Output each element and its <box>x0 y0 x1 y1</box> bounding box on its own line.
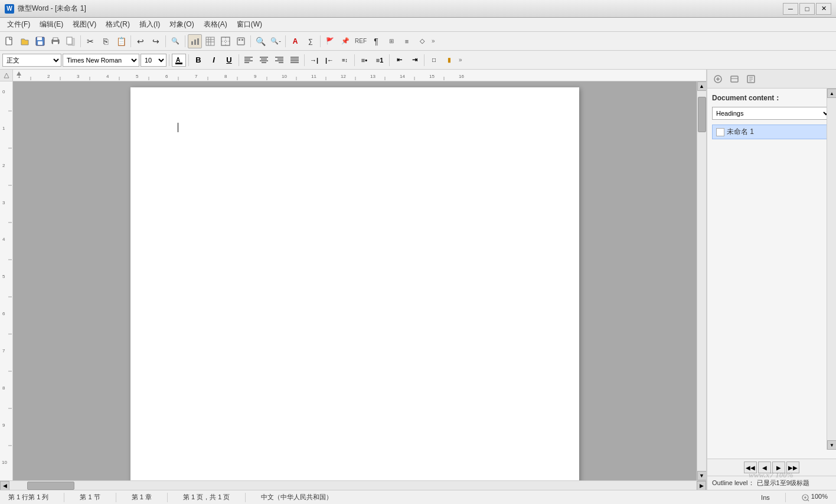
zoom-out-btn[interactable]: 🔍- <box>269 34 283 48</box>
svg-text:A: A <box>176 57 180 63</box>
table-btn2[interactable] <box>203 34 217 48</box>
print-button[interactable] <box>48 34 63 48</box>
scroll-left-arrow[interactable]: ◀ <box>0 481 9 490</box>
menu-window[interactable]: 窗口(W) <box>232 18 267 31</box>
find-button[interactable]: 🔍 <box>168 34 182 48</box>
status-ins[interactable]: Ins <box>757 494 773 501</box>
redo-button[interactable]: ↪ <box>149 34 163 48</box>
svg-rect-21 <box>237 38 244 45</box>
formula-btn[interactable]: ∑ <box>303 34 318 48</box>
align-right-btn[interactable] <box>272 53 286 67</box>
list-unorder-btn[interactable]: ≡• <box>357 53 371 67</box>
chart-button[interactable] <box>188 34 202 48</box>
indent-less-btn[interactable]: |← <box>322 53 337 67</box>
toolbar1-more[interactable]: » <box>430 38 436 44</box>
status-sep5 <box>785 493 786 502</box>
align-left-btn[interactable] <box>241 53 256 67</box>
new-button[interactable] <box>2 34 17 48</box>
paste-button[interactable]: 📋 <box>114 34 128 48</box>
outline-value: 已显示1至9级标题 <box>757 479 809 487</box>
svg-text:0: 0 <box>2 89 5 94</box>
scroll-right-arrow[interactable]: ▶ <box>697 481 706 490</box>
extra-btn[interactable]: ≡ <box>400 34 414 48</box>
cut-button[interactable]: ✂ <box>83 34 97 48</box>
bold-button[interactable]: B <box>191 53 205 67</box>
h-scroll-thumb[interactable] <box>27 482 74 490</box>
app-logo: W <box>5 4 14 14</box>
svg-text:5: 5 <box>2 274 5 279</box>
list-order-btn[interactable]: ≡1 <box>373 53 387 67</box>
border-btn[interactable] <box>218 34 233 48</box>
font-color-btn[interactable]: A <box>172 54 186 67</box>
toolbar2-more[interactable]: » <box>458 57 463 63</box>
highlight-btn[interactable]: ▮ <box>442 53 456 67</box>
panel-scroll-up[interactable]: ▲ <box>827 89 836 98</box>
panel-tool2[interactable] <box>727 72 742 86</box>
panel-scroll-track[interactable] <box>827 98 836 440</box>
bookmark-btn[interactable]: 📌 <box>338 34 352 48</box>
shape-btn[interactable]: ◇ <box>415 34 429 48</box>
horizontal-scrollbar: ◀ ▶ <box>0 480 706 490</box>
panel-tool1[interactable] <box>711 72 725 86</box>
open-button[interactable] <box>18 34 32 48</box>
line-spacing-btn[interactable]: ≡↕ <box>338 53 352 67</box>
window-title: 微型Word - [未命名 1] <box>18 4 86 14</box>
para-btn[interactable]: ¶ <box>369 34 383 48</box>
menu-file[interactable]: 文件(F) <box>2 18 35 31</box>
underline-button[interactable]: U <box>222 53 236 67</box>
menu-insert[interactable]: 插入(I) <box>135 18 165 31</box>
nav-last-btn[interactable]: ▶▶ <box>786 462 799 473</box>
svg-text:2: 2 <box>2 163 5 168</box>
panel-scroll-down[interactable]: ▼ <box>827 440 836 450</box>
save-button[interactable] <box>33 34 47 48</box>
svg-text:10: 10 <box>2 460 7 465</box>
nav-next-btn[interactable]: ▶ <box>772 462 785 473</box>
preview-button[interactable] <box>64 34 78 48</box>
undo-button[interactable]: ↩ <box>133 34 148 48</box>
scroll-thumb[interactable] <box>698 97 706 132</box>
indent-more-btn[interactable]: →| <box>307 53 321 67</box>
italic-button[interactable]: I <box>207 53 221 67</box>
menu-format[interactable]: 格式(R) <box>101 18 135 31</box>
scroll-down-arrow[interactable]: ▼ <box>697 471 707 480</box>
heading-list-item[interactable]: 未命名 1 <box>712 125 831 139</box>
panel-tool3[interactable] <box>744 72 758 86</box>
align-center-btn[interactable] <box>257 53 271 67</box>
maximize-button[interactable]: □ <box>799 3 815 15</box>
menu-table[interactable]: 表格(A) <box>199 18 232 31</box>
status-sep2 <box>116 493 116 502</box>
flag-btn[interactable]: 🚩 <box>323 34 337 48</box>
menu-edit[interactable]: 编辑(E) <box>35 18 68 31</box>
status-sep3 <box>167 493 168 502</box>
h-scroll-track[interactable] <box>9 481 697 490</box>
scroll-track[interactable] <box>697 91 707 471</box>
nonprint-btn[interactable]: ⊞ <box>384 34 399 48</box>
close-button[interactable]: ✕ <box>816 3 831 15</box>
outer-border-btn[interactable]: □ <box>427 53 441 67</box>
svg-rect-23 <box>241 39 243 41</box>
text-btn[interactable]: A <box>288 34 302 48</box>
document-canvas[interactable] <box>13 81 697 480</box>
ruler-corner[interactable] <box>0 70 13 81</box>
nav-first-btn[interactable]: ◀◀ <box>744 462 757 473</box>
style-selector[interactable]: 正文 标题 1 标题 2 <box>2 54 61 67</box>
title-bar: W 微型Word - [未命名 1] ─ □ ✕ <box>0 0 836 18</box>
fmt-sep5 <box>354 54 355 66</box>
decrease-indent-btn[interactable]: ⇤ <box>392 53 406 67</box>
nav-prev-btn[interactable]: ◀ <box>758 462 771 473</box>
content-type-selector[interactable]: Headings Pages Results <box>712 107 831 120</box>
copy-button[interactable]: ⎘ <box>99 34 113 48</box>
ref-btn[interactable]: REF <box>354 34 368 48</box>
scroll-up-arrow[interactable]: ▲ <box>697 81 707 91</box>
frame-btn[interactable] <box>234 34 248 48</box>
status-row-col: 第 1 行第 1 列 <box>5 493 52 502</box>
font-selector[interactable]: Times New Roman Arial 宋体 <box>63 54 139 67</box>
zoom-in-btn[interactable]: 🔍 <box>253 34 267 48</box>
menu-object[interactable]: 对象(O) <box>165 18 198 31</box>
font-size-selector[interactable]: 10 12 14 16 <box>141 54 166 67</box>
increase-indent-btn[interactable]: ⇥ <box>407 53 422 67</box>
svg-rect-18 <box>221 37 230 45</box>
menu-view[interactable]: 视图(V) <box>68 18 101 31</box>
minimize-button[interactable]: ─ <box>783 3 798 15</box>
justify-btn[interactable] <box>288 53 302 67</box>
